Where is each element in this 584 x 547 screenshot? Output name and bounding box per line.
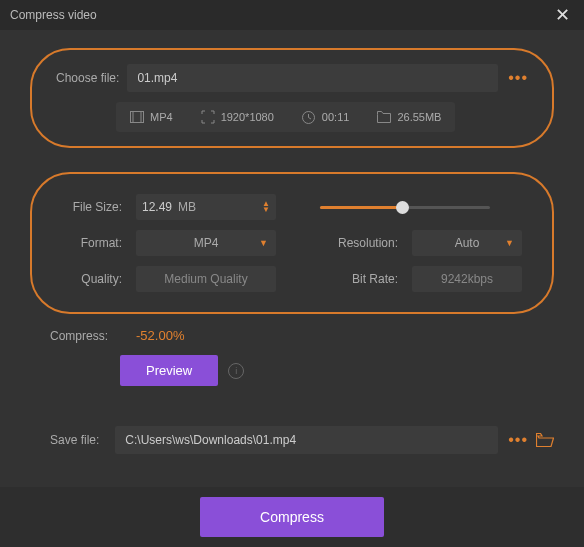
save-file-input[interactable] — [115, 426, 498, 454]
compress-video-dialog: Compress video ✕ Choose file: ••• MP4 19… — [0, 0, 584, 547]
titlebar: Compress video ✕ — [0, 0, 584, 30]
window-title: Compress video — [10, 8, 97, 22]
bitrate-label: Bit Rate: — [338, 272, 398, 286]
filesize-stepper[interactable]: 12.49 MB ▲▼ — [136, 194, 276, 220]
filesize-label: File Size: — [62, 200, 122, 214]
chevron-down-icon: ▼ — [505, 238, 514, 248]
format-icon — [130, 110, 144, 124]
file-meta-bar: MP4 1920*1080 00:11 26.55MB — [116, 102, 455, 132]
chevron-down-icon: ▼ — [259, 238, 268, 248]
resolution-value: Auto — [455, 236, 480, 250]
quality-display: Medium Quality — [136, 266, 276, 292]
filesize-value: 12.49 — [142, 200, 172, 214]
slider-thumb[interactable] — [396, 201, 409, 214]
footer: Compress — [0, 487, 584, 547]
source-file-section: Choose file: ••• MP4 1920*1080 00:11 26.… — [30, 48, 554, 148]
meta-resolution: 1920*1080 — [221, 111, 274, 123]
compress-percentage: -52.00% — [136, 328, 184, 343]
compress-button[interactable]: Compress — [200, 497, 384, 537]
duration-icon — [302, 110, 316, 124]
resolution-dropdown[interactable]: Auto ▼ — [412, 230, 522, 256]
choose-file-input[interactable] — [127, 64, 498, 92]
meta-duration: 00:11 — [322, 111, 350, 123]
format-value: MP4 — [194, 236, 219, 250]
compression-settings-section: File Size: 12.49 MB ▲▼ Format: MP4 ▼ Res… — [30, 172, 554, 314]
format-dropdown[interactable]: MP4 ▼ — [136, 230, 276, 256]
preview-button[interactable]: Preview — [120, 355, 218, 386]
svg-rect-0 — [131, 112, 144, 123]
meta-format: MP4 — [150, 111, 173, 123]
open-folder-icon[interactable] — [536, 433, 554, 447]
save-file-label: Save file: — [50, 433, 99, 447]
meta-size: 26.55MB — [397, 111, 441, 123]
filesize-unit: MB — [178, 200, 196, 214]
browse-file-button[interactable]: ••• — [508, 69, 528, 87]
quality-label: Quality: — [62, 272, 122, 286]
close-icon[interactable]: ✕ — [551, 4, 574, 26]
stepper-arrows-icon[interactable]: ▲▼ — [262, 201, 270, 213]
choose-file-label: Choose file: — [56, 71, 119, 85]
format-label: Format: — [62, 236, 122, 250]
bitrate-display: 9242kbps — [412, 266, 522, 292]
browse-save-button[interactable]: ••• — [508, 431, 528, 449]
filesize-slider[interactable] — [290, 194, 522, 220]
size-icon — [377, 110, 391, 124]
resolution-label: Resolution: — [338, 236, 398, 250]
compress-label: Compress: — [50, 329, 108, 343]
resolution-icon — [201, 110, 215, 124]
info-icon[interactable]: i — [228, 363, 244, 379]
